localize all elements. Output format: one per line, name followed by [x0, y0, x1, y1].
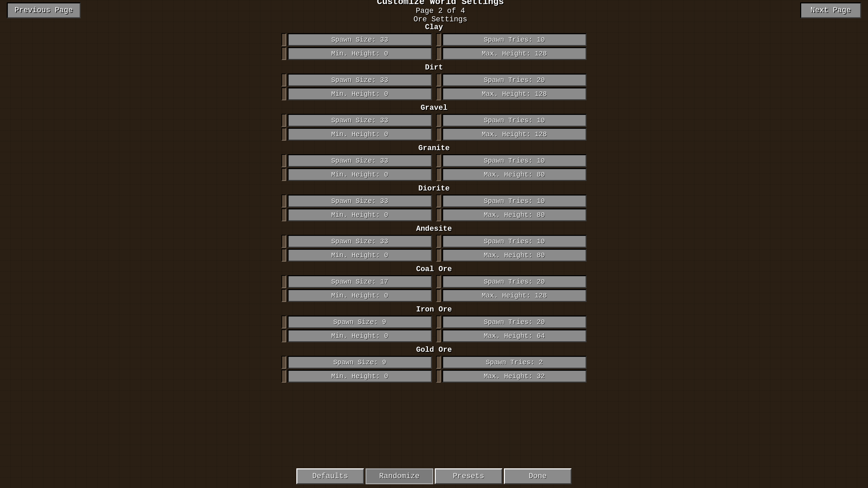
prev-page-button[interactable]: Previous Page: [7, 2, 81, 18]
spawn-tries-field[interactable]: Spawn Tries: 20: [442, 316, 587, 328]
max-height-slider[interactable]: [436, 128, 441, 141]
max-height-slider[interactable]: [436, 87, 441, 100]
spawn-size-slider[interactable]: [281, 114, 286, 127]
spawn-size-slider[interactable]: [281, 275, 286, 288]
ore-height-row: Min. Height: 0 Max. Height: 80: [281, 168, 587, 181]
top-navigation: Previous Page Customize World Settings P…: [0, 0, 868, 20]
spawn-tries-field[interactable]: Spawn Tries: 10: [442, 195, 587, 207]
max-height-field[interactable]: Max. Height: 80: [442, 249, 587, 262]
min-height-field[interactable]: Min. Height: 0: [288, 208, 432, 221]
min-height-field[interactable]: Min. Height: 0: [288, 249, 432, 262]
max-height-field[interactable]: Max. Height: 80: [442, 208, 587, 221]
max-height-field[interactable]: Max. Height: 32: [442, 370, 587, 383]
ore-height-row: Min. Height: 0 Max. Height: 32: [281, 370, 587, 383]
max-height-slider[interactable]: [436, 370, 441, 383]
spawn-size-slider[interactable]: [281, 235, 286, 248]
spawn-tries-field[interactable]: Spawn Tries: 2: [442, 356, 587, 369]
min-height-slider[interactable]: [281, 168, 286, 181]
max-height-field[interactable]: Max. Height: 128: [442, 87, 587, 100]
spawn-size-field[interactable]: Spawn Size: 33: [288, 114, 432, 127]
spawn-size-slider[interactable]: [281, 74, 286, 86]
ore-spawn-row: Spawn Size: 17 Spawn Tries: 20: [281, 275, 587, 288]
min-height-field[interactable]: Min. Height: 0: [288, 128, 432, 141]
spawn-tries-field[interactable]: Spawn Tries: 10: [442, 235, 587, 248]
spawn-size-field[interactable]: Spawn Size: 9: [288, 356, 432, 369]
spawn-tries-field[interactable]: Spawn Tries: 20: [442, 275, 587, 288]
min-height-field[interactable]: Min. Height: 0: [288, 87, 432, 100]
max-height-slider[interactable]: [436, 329, 441, 342]
spawn-size-slider[interactable]: [281, 154, 286, 167]
min-height-slider[interactable]: [281, 249, 286, 262]
ore-title: Iron Ore: [281, 305, 587, 314]
max-height-field[interactable]: Max. Height: 128: [442, 128, 587, 141]
max-height-field[interactable]: Max. Height: 64: [442, 329, 587, 342]
spawn-tries-slider[interactable]: [436, 114, 441, 127]
min-height-field[interactable]: Min. Height: 0: [288, 329, 432, 342]
ore-height-row: Min. Height: 0 Max. Height: 80: [281, 208, 587, 221]
max-height-field[interactable]: Max. Height: 80: [442, 168, 587, 181]
min-height-field[interactable]: Min. Height: 0: [288, 370, 432, 383]
page-title: Customize World Settings: [377, 0, 504, 7]
ore-section-granite: Granite Spawn Size: 33 Spawn Tries: 10 M…: [281, 144, 587, 181]
next-page-button[interactable]: Next Page: [800, 2, 861, 18]
spawn-tries-field[interactable]: Spawn Tries: 10: [442, 154, 587, 167]
spawn-tries-slider[interactable]: [436, 33, 441, 46]
min-height-field[interactable]: Min. Height: 0: [288, 47, 432, 60]
ore-spawn-row: Spawn Size: 33 Spawn Tries: 10: [281, 235, 587, 248]
spawn-size-field[interactable]: Spawn Size: 17: [288, 275, 432, 288]
spawn-tries-slider[interactable]: [436, 74, 441, 86]
min-height-field[interactable]: Min. Height: 0: [288, 289, 432, 302]
spawn-tries-slider[interactable]: [436, 154, 441, 167]
spawn-size-field[interactable]: Spawn Size: 33: [288, 235, 432, 248]
ore-height-row: Min. Height: 0 Max. Height: 64: [281, 329, 587, 342]
ore-spawn-row: Spawn Size: 33 Spawn Tries: 20: [281, 74, 587, 86]
spawn-size-field[interactable]: Spawn Size: 9: [288, 316, 432, 328]
done-button[interactable]: Done: [504, 468, 572, 484]
ore-spawn-row: Spawn Size: 33 Spawn Tries: 10: [281, 195, 587, 207]
spawn-tries-slider[interactable]: [436, 275, 441, 288]
spawn-tries-field[interactable]: Spawn Tries: 20: [442, 74, 587, 86]
randomize-button[interactable]: Randomize: [366, 468, 433, 484]
min-height-field[interactable]: Min. Height: 0: [288, 168, 432, 181]
min-height-slider[interactable]: [281, 289, 286, 302]
max-height-slider[interactable]: [436, 208, 441, 221]
ore-height-row: Min. Height: 0 Max. Height: 80: [281, 249, 587, 262]
min-height-slider[interactable]: [281, 87, 286, 100]
spawn-size-slider[interactable]: [281, 356, 286, 369]
max-height-slider[interactable]: [436, 47, 441, 60]
ore-section-coal-ore: Coal Ore Spawn Size: 17 Spawn Tries: 20 …: [281, 265, 587, 302]
spawn-size-slider[interactable]: [281, 33, 286, 46]
min-height-slider[interactable]: [281, 128, 286, 141]
max-height-slider[interactable]: [436, 168, 441, 181]
ore-title: Dirt: [281, 63, 587, 72]
bottom-bar: Defaults Randomize Presets Done: [0, 464, 868, 488]
max-height-field[interactable]: Max. Height: 128: [442, 289, 587, 302]
spawn-size-field[interactable]: Spawn Size: 33: [288, 33, 432, 46]
presets-button[interactable]: Presets: [435, 468, 502, 484]
ore-title: Gravel: [281, 104, 587, 112]
min-height-slider[interactable]: [281, 370, 286, 383]
spawn-size-field[interactable]: Spawn Size: 33: [288, 154, 432, 167]
max-height-slider[interactable]: [436, 249, 441, 262]
ore-spawn-row: Spawn Size: 9 Spawn Tries: 20: [281, 316, 587, 328]
defaults-button[interactable]: Defaults: [296, 468, 364, 484]
spawn-tries-slider[interactable]: [436, 356, 441, 369]
spawn-size-slider[interactable]: [281, 195, 286, 207]
max-height-slider[interactable]: [436, 289, 441, 302]
ore-section-diorite: Diorite Spawn Size: 33 Spawn Tries: 10 M…: [281, 184, 587, 221]
spawn-tries-slider[interactable]: [436, 195, 441, 207]
spawn-size-field[interactable]: Spawn Size: 33: [288, 195, 432, 207]
spawn-size-slider[interactable]: [281, 316, 286, 328]
spawn-tries-field[interactable]: Spawn Tries: 10: [442, 33, 587, 46]
spawn-tries-slider[interactable]: [436, 316, 441, 328]
max-height-field[interactable]: Max. Height: 128: [442, 47, 587, 60]
min-height-slider[interactable]: [281, 208, 286, 221]
spawn-tries-slider[interactable]: [436, 235, 441, 248]
min-height-slider[interactable]: [281, 329, 286, 342]
min-height-slider[interactable]: [281, 47, 286, 60]
ore-title: Coal Ore: [281, 265, 587, 273]
spawn-size-field[interactable]: Spawn Size: 33: [288, 74, 432, 86]
spawn-tries-field[interactable]: Spawn Tries: 10: [442, 114, 587, 127]
ore-spawn-row: Spawn Size: 33 Spawn Tries: 10: [281, 114, 587, 127]
ore-spawn-row: Spawn Size: 33 Spawn Tries: 10: [281, 154, 587, 167]
